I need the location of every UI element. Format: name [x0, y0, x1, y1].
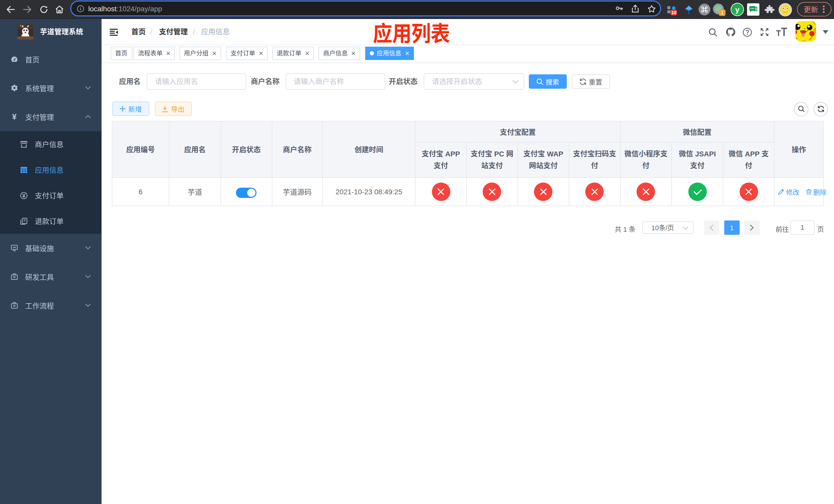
svg-text:1: 1 [721, 10, 724, 15]
svg-text:y: y [735, 5, 740, 14]
svg-text:10: 10 [672, 10, 676, 15]
